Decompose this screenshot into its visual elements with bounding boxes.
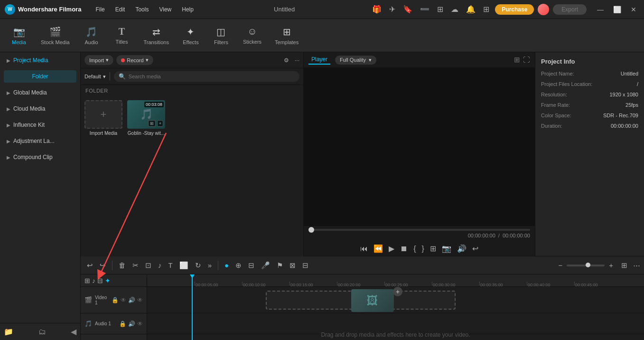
tl-settings-btn[interactable]: ⋯ bbox=[633, 261, 640, 270]
mark-out-btn[interactable]: } bbox=[422, 245, 424, 253]
video-track-eye-icon[interactable]: 👁 bbox=[121, 297, 126, 303]
tl-magnet-btn[interactable]: ⊕ bbox=[233, 260, 244, 271]
tl-flag-btn[interactable]: ⚑ bbox=[274, 260, 285, 271]
close-window-btn[interactable]: ✕ bbox=[628, 5, 639, 14]
mark-in-btn[interactable]: { bbox=[413, 245, 416, 253]
cloud-icon[interactable]: ☁ bbox=[449, 4, 460, 15]
tl-add-video-btn[interactable]: ⊞ bbox=[84, 277, 90, 284]
audio-track-lock-icon[interactable]: 🔒 bbox=[119, 321, 126, 327]
thumb-btn-2[interactable]: + bbox=[157, 120, 163, 127]
grid-layout-icon[interactable]: ⊞ bbox=[514, 56, 520, 64]
import-media-box[interactable]: + bbox=[84, 100, 122, 129]
tl-delete-btn[interactable]: 🗑 bbox=[116, 260, 128, 271]
clip-settings-btn[interactable]: ⊞ bbox=[430, 244, 436, 253]
menu-edit[interactable]: Edit bbox=[111, 4, 130, 15]
avatar[interactable] bbox=[538, 4, 549, 15]
minimize-window-btn[interactable]: — bbox=[594, 5, 607, 14]
thumb-btn-1[interactable]: ⊞ bbox=[148, 120, 156, 127]
toolbar-stickers[interactable]: ☺ Stickers bbox=[237, 23, 267, 47]
tl-add-sub-btn[interactable]: ⊟ bbox=[97, 277, 103, 284]
gift-icon[interactable]: 🎁 bbox=[370, 4, 383, 15]
toolbar-titles[interactable]: T Titles bbox=[108, 23, 136, 47]
menu-file[interactable]: File bbox=[91, 4, 109, 15]
undo-btn[interactable]: ↩ bbox=[472, 244, 478, 253]
toolbar-templates[interactable]: ⊞ Templates bbox=[269, 23, 304, 48]
progress-thumb[interactable] bbox=[308, 227, 314, 233]
tl-media-btn[interactable]: ⊟ bbox=[300, 260, 311, 271]
record-button[interactable]: Record ▾ bbox=[116, 55, 153, 65]
audio-track-mute-icon[interactable]: 🔊 bbox=[128, 321, 135, 327]
add-folder-icon[interactable]: 📁 bbox=[4, 327, 13, 336]
search-input[interactable] bbox=[129, 74, 295, 79]
tl-marker-btn[interactable]: ⊟ bbox=[246, 260, 257, 271]
bookmark-icon[interactable]: 🔖 bbox=[401, 4, 414, 15]
menu-view[interactable]: View bbox=[154, 4, 176, 15]
toolbar-media[interactable]: 📷 Media bbox=[5, 23, 33, 48]
snapshot-btn[interactable]: 📷 bbox=[442, 244, 451, 253]
stop-btn[interactable]: ⏹ bbox=[400, 245, 408, 253]
playhead[interactable] bbox=[192, 274, 193, 340]
tl-crop-btn[interactable]: ⊡ bbox=[143, 260, 154, 271]
tl-mask-btn[interactable]: ⬜ bbox=[177, 260, 191, 271]
tl-audio-btn[interactable]: ♪ bbox=[156, 260, 164, 271]
search-box[interactable]: 🔍 bbox=[114, 71, 299, 82]
window-icon[interactable]: ⊞ bbox=[435, 4, 445, 15]
toolbar-stock-media[interactable]: 🎬 Stock Media bbox=[35, 23, 75, 48]
video-track-lock-icon[interactable]: 🔒 bbox=[112, 297, 119, 303]
video-track-audio-icon[interactable]: 🔊 bbox=[128, 297, 135, 303]
toolbar-transitions[interactable]: ⇄ Transitions bbox=[138, 23, 175, 48]
tl-cut-btn[interactable]: ✂ bbox=[130, 260, 141, 271]
tl-zoom-in-btn[interactable]: + bbox=[607, 260, 616, 271]
tl-mic-btn[interactable]: 🎤 bbox=[259, 260, 272, 271]
rewind-to-start-btn[interactable]: ⏮ bbox=[360, 245, 368, 253]
tl-add-effect-btn[interactable]: ✦ bbox=[105, 277, 111, 284]
sidebar-item-adjustment-layer[interactable]: ▶ Adjustment La... bbox=[2, 134, 78, 148]
goblin-media-item[interactable]: 🎵 00:03:08 ⊞ + Goblin -Stay wit... bbox=[127, 100, 165, 136]
more-icon[interactable]: ··· bbox=[295, 57, 299, 64]
sidebar-folder[interactable]: Folder bbox=[4, 70, 76, 83]
progress-bar[interactable] bbox=[308, 229, 530, 231]
sidebar-item-project-media[interactable]: ▶ Project Media bbox=[2, 53, 78, 67]
tl-redo-btn[interactable]: ↪ bbox=[97, 260, 108, 271]
play-btn[interactable]: ▶ bbox=[389, 244, 394, 253]
quality-select[interactable]: Full Quality ▾ bbox=[335, 56, 376, 65]
audio-btn[interactable]: 🔊 bbox=[457, 244, 467, 253]
tl-more-btn[interactable]: » bbox=[205, 260, 214, 271]
tl-zoom-out-btn[interactable]: − bbox=[556, 260, 565, 271]
tl-text-btn[interactable]: T bbox=[166, 260, 175, 271]
bell-icon[interactable]: 🔔 bbox=[464, 4, 477, 15]
upgrade-icon[interactable]: ✈ bbox=[387, 4, 397, 15]
collapse-icon[interactable]: ◀ bbox=[71, 327, 76, 336]
sidebar-item-compound-clip[interactable]: ▶ Compound Clip bbox=[2, 150, 78, 164]
player-tab[interactable]: Player bbox=[308, 55, 330, 65]
tl-undo-btn[interactable]: ↩ bbox=[84, 260, 95, 271]
import-media-item[interactable]: + Import Media bbox=[84, 100, 122, 136]
fullscreen-icon[interactable]: ⛶ bbox=[523, 56, 530, 64]
purchase-button[interactable]: Purchase bbox=[495, 4, 534, 15]
menu-tools[interactable]: Tools bbox=[131, 4, 153, 15]
maximize-window-btn[interactable]: ⬜ bbox=[610, 5, 624, 14]
tl-add-audio-btn[interactable]: ♪ bbox=[92, 277, 95, 284]
zoom-bar[interactable] bbox=[567, 264, 605, 266]
toolbar-effects[interactable]: ✦ Effects bbox=[177, 23, 205, 48]
audio-track-solo-icon[interactable]: 👁 bbox=[137, 321, 143, 327]
drop-zone-media[interactable]: 🖼 bbox=[351, 289, 394, 312]
goblin-thumb[interactable]: 🎵 00:03:08 ⊞ + bbox=[127, 100, 165, 129]
sidebar-item-influence-kit[interactable]: ▶ Influence Kit bbox=[2, 118, 78, 132]
step-back-btn[interactable]: ⏪ bbox=[373, 244, 383, 253]
filter-icon[interactable]: ⚙ bbox=[284, 57, 289, 64]
tl-grid-btn[interactable]: ⊞ bbox=[621, 261, 627, 270]
drop-plus-btn[interactable]: + bbox=[393, 287, 402, 296]
tl-snap-btn[interactable]: ● bbox=[222, 260, 231, 271]
menu-help[interactable]: Help bbox=[177, 4, 198, 15]
minimize-icon[interactable]: ➖ bbox=[418, 4, 431, 15]
new-folder-icon[interactable]: 🗂 bbox=[38, 328, 46, 336]
import-button[interactable]: Import ▾ bbox=[84, 55, 113, 65]
tl-monitor-btn[interactable]: ⊠ bbox=[287, 260, 298, 271]
video-track-solo-icon[interactable]: 👁 bbox=[137, 297, 143, 303]
sidebar-item-cloud-media[interactable]: ▶ Cloud Media bbox=[2, 102, 78, 116]
toolbar-audio[interactable]: 🎵 Audio bbox=[77, 23, 106, 48]
toolbar-filters[interactable]: ◫ Filters bbox=[207, 23, 235, 48]
default-button[interactable]: Default ▾ bbox=[84, 74, 106, 80]
sidebar-item-global-media[interactable]: ▶ Global Media bbox=[2, 85, 78, 100]
